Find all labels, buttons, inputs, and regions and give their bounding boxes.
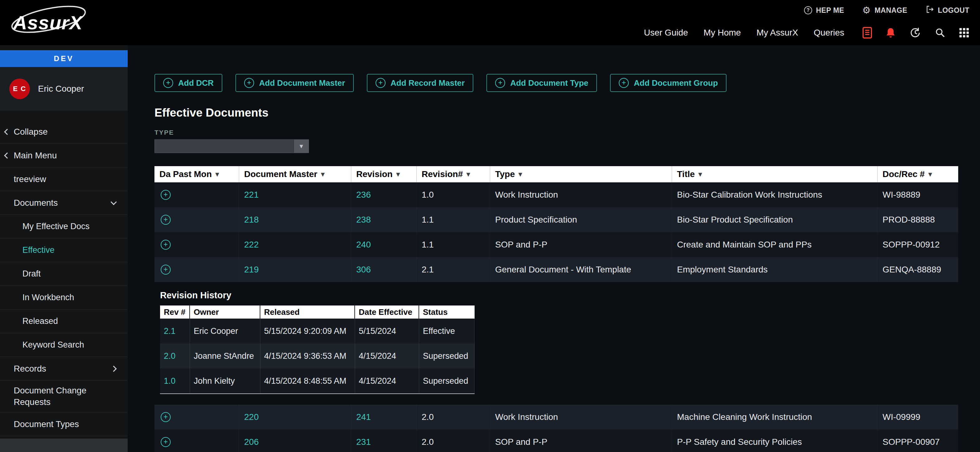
document-master-link[interactable]: 220 (239, 405, 351, 430)
sidebar-item-released[interactable]: Released (0, 310, 128, 333)
sort-caret-icon: ▾ (396, 170, 400, 178)
expand-row-icon[interactable]: + (161, 437, 171, 447)
sidebar-item-main-menu[interactable]: Main Menu (0, 144, 128, 168)
page-title: Effective Documents (154, 106, 958, 120)
revision-link[interactable]: 238 (351, 207, 417, 232)
table-row-expanded: + 219 306 2.1 General Document - With Te… (154, 257, 958, 282)
expand-row-icon[interactable]: + (161, 215, 171, 225)
col-header-title[interactable]: Title▾ (672, 166, 878, 182)
type-select[interactable]: ▾ (154, 139, 309, 153)
apps-grid-icon[interactable] (959, 27, 969, 38)
expand-row-icon[interactable]: + (161, 412, 171, 422)
sidebar-item-document-types[interactable]: Document Types (0, 412, 128, 436)
avatar: E C (10, 78, 30, 99)
plus-circle-icon: + (619, 78, 629, 88)
sidebar-item-treeview[interactable]: treeview (0, 168, 128, 191)
rh-col-owner: Owner (190, 305, 260, 319)
utility-bar: ? HEP ME ⚙ MANAGE LOGOUT (644, 5, 969, 16)
sidebar-item-label: Document Change Requests (14, 385, 115, 408)
revision-no-cell: 2.0 (417, 430, 490, 452)
search-icon[interactable] (934, 27, 946, 38)
help-link[interactable]: ? HEP ME (804, 6, 844, 14)
col-header-doc-rec[interactable]: Doc/Rec #▾ (878, 166, 958, 182)
nav-my-assurx[interactable]: My AssurX (756, 28, 798, 38)
sidebar-item-my-effective-docs[interactable]: My Effective Docs (0, 215, 128, 238)
add-document-type-button[interactable]: + Add Document Type (487, 74, 597, 92)
sidebar-item-documents[interactable]: Documents (0, 191, 128, 215)
type-cell: SOP and P-P (490, 232, 672, 257)
sidebar-item-records[interactable]: Records (0, 357, 128, 381)
action-button-bar: + Add DCR + Add Document Master + Add Re… (154, 74, 958, 92)
sidebar-item-partial[interactable] (0, 439, 128, 452)
sort-caret-icon: ▾ (519, 170, 522, 178)
select-dropdown-button[interactable]: ▾ (294, 140, 309, 153)
expand-row-icon[interactable]: + (161, 190, 171, 200)
sort-caret-icon: ▾ (466, 170, 470, 178)
expand-cell: + (154, 405, 239, 430)
sidebar-item-collapse[interactable]: Collapse (0, 120, 128, 144)
app-logo[interactable]: AssurX (13, 0, 107, 45)
title-cell: Create and Maintain SOP and PPs (672, 232, 878, 257)
revision-link[interactable]: 241 (351, 405, 417, 430)
sidebar: DEV E C Eric Cooper Collapse Main Menu t… (0, 45, 128, 452)
user-profile[interactable]: E C Eric Cooper (0, 67, 128, 111)
notifications-bell-icon[interactable] (885, 27, 896, 38)
rh-rev-link[interactable]: 2.0 (160, 343, 190, 369)
rh-rev-link[interactable]: 2.1 (160, 319, 190, 343)
manage-link[interactable]: ⚙ MANAGE (862, 6, 907, 15)
expand-row-icon[interactable]: + (161, 240, 171, 250)
type-cell: Work Instruction (490, 405, 672, 430)
expand-cell: + (154, 207, 239, 232)
document-master-link[interactable]: 219 (239, 257, 351, 282)
nav-user-guide[interactable]: User Guide (644, 28, 688, 38)
revision-link[interactable]: 236 (351, 182, 417, 207)
revision-history-panel: Revision History Rev # Owner Released Da… (154, 282, 958, 405)
sidebar-item-label: Keyword Search (22, 340, 84, 350)
col-header-document-master[interactable]: Document Master▾ (239, 166, 351, 182)
sidebar-item-in-workbench[interactable]: In Workbench (0, 286, 128, 310)
rh-date-effective-cell: 4/15/2024 (355, 343, 419, 369)
sidebar-item-label: Released (22, 316, 58, 326)
col-header-revision[interactable]: Revision▾ (351, 166, 417, 182)
manage-label: MANAGE (875, 6, 907, 14)
sidebar-nav: Collapse Main Menu treeview Documents My… (0, 120, 128, 436)
revision-link[interactable]: 231 (351, 430, 417, 452)
expand-cell: + (154, 182, 239, 207)
chevron-right-icon (111, 366, 117, 372)
col-label: Revision# (422, 169, 463, 179)
history-icon[interactable] (909, 27, 921, 39)
nav-my-home[interactable]: My Home (703, 28, 741, 38)
doc-rec-cell: WI-09999 (878, 405, 958, 430)
col-label: Type (495, 169, 515, 179)
col-header-da-past-mon[interactable]: Da Past Mon▾ (154, 166, 239, 182)
add-record-master-button[interactable]: + Add Record Master (367, 74, 473, 92)
rh-col-rev: Rev # (160, 305, 190, 319)
doc-rec-cell: GENQA-88889 (878, 257, 958, 282)
sidebar-item-effective[interactable]: Effective (0, 238, 128, 262)
rh-rev-link[interactable]: 1.0 (160, 369, 190, 393)
main-content: + Add DCR + Add Document Master + Add Re… (128, 45, 980, 452)
document-master-link[interactable]: 206 (239, 430, 351, 452)
revision-link[interactable]: 240 (351, 232, 417, 257)
document-master-link[interactable]: 218 (239, 207, 351, 232)
sidebar-item-document-change-requests[interactable]: Document Change Requests (0, 381, 128, 412)
document-master-link[interactable]: 221 (239, 182, 351, 207)
expand-row-icon[interactable]: + (161, 265, 171, 275)
col-header-type[interactable]: Type▾ (490, 166, 672, 182)
add-document-group-button[interactable]: + Add Document Group (610, 74, 727, 92)
tasks-clipboard-icon[interactable] (862, 27, 872, 39)
nav-queries[interactable]: Queries (814, 28, 844, 38)
sidebar-item-draft[interactable]: Draft (0, 262, 128, 286)
add-document-group-label: Add Document Group (634, 78, 718, 88)
revision-link[interactable]: 306 (351, 257, 417, 282)
table-header-row: Da Past Mon▾ Document Master▾ Revision▾ … (154, 166, 958, 182)
document-master-link[interactable]: 222 (239, 232, 351, 257)
rh-owner-cell: Eric Cooper (190, 319, 260, 343)
add-document-master-button[interactable]: + Add Document Master (235, 74, 354, 92)
col-label: Title (677, 169, 695, 179)
add-dcr-button[interactable]: + Add DCR (154, 74, 222, 92)
sidebar-item-keyword-search[interactable]: Keyword Search (0, 333, 128, 357)
rh-released-cell: 4/15/2024 8:48:55 AM (260, 369, 355, 393)
col-header-revision-no[interactable]: Revision#▾ (417, 166, 490, 182)
logout-link[interactable]: LOGOUT (926, 5, 969, 16)
